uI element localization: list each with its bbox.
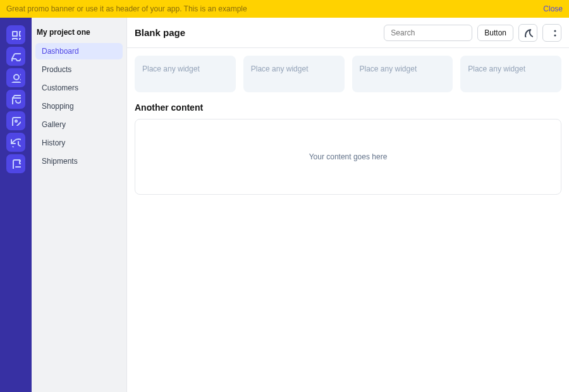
promo-banner: Great promo banner or use it as header o… [0, 0, 569, 18]
document-icon [11, 159, 21, 169]
rail-dashboard[interactable] [6, 25, 25, 44]
rail-inbox[interactable] [6, 47, 25, 66]
widget-slot[interactable]: Place any widget [352, 56, 453, 92]
theme-toggle-button[interactable] [518, 24, 537, 42]
more-menu-button[interactable] [542, 24, 561, 42]
sidebar-item-shipments[interactable]: Shipments [35, 153, 123, 169]
rail-shopping[interactable] [6, 90, 25, 109]
main-panel: Blank page Button Place any widget Place… [126, 18, 569, 392]
rail-documents[interactable] [6, 154, 25, 173]
section-title: Another content [135, 102, 561, 113]
users-icon [11, 73, 21, 83]
app-layout: My project one Dashboard Products Custom… [0, 18, 569, 392]
widget-slot[interactable]: Place any widget [460, 56, 561, 92]
svg-rect-2 [20, 39, 21, 40]
promo-text: Great promo banner or use it as header o… [6, 4, 247, 13]
sidebar-item-shopping[interactable]: Shopping [35, 98, 123, 114]
rail-history[interactable] [6, 133, 25, 152]
svg-rect-0 [13, 32, 17, 36]
content-placeholder-box: Your content goes here [135, 119, 561, 195]
svg-point-4 [14, 75, 19, 80]
svg-point-11 [554, 34, 556, 36]
more-vertical-icon [548, 28, 557, 37]
sidebar-item-products[interactable]: Products [35, 61, 123, 78]
widget-row: Place any widget Place any widget Place … [135, 56, 561, 92]
header-button[interactable]: Button [477, 25, 513, 41]
svg-point-7 [15, 120, 17, 122]
promo-close-link[interactable]: Close [543, 4, 563, 13]
image-icon [11, 116, 21, 126]
grid-icon [11, 30, 21, 40]
shopping-bag-icon [11, 94, 21, 104]
rail-users[interactable] [6, 68, 25, 87]
moon-icon [523, 28, 533, 37]
svg-rect-3 [13, 39, 17, 40]
content-area: Place any widget Place any widget Place … [127, 48, 569, 392]
sidebar-item-dashboard[interactable]: Dashboard [35, 43, 123, 59]
nav-rail [0, 18, 32, 392]
svg-rect-1 [20, 32, 21, 36]
sidebar-item-customers[interactable]: Customers [35, 80, 123, 96]
rail-gallery[interactable] [6, 111, 25, 130]
content-placeholder-text: Your content goes here [309, 152, 388, 161]
sidebar-item-gallery[interactable]: Gallery [35, 116, 123, 133]
widget-slot[interactable]: Place any widget [243, 56, 345, 92]
sidebar: My project one Dashboard Products Custom… [32, 18, 126, 392]
sidebar-title: My project one [35, 25, 123, 43]
history-icon [11, 137, 21, 147]
page-title: Blank page [135, 27, 379, 38]
widget-slot[interactable]: Place any widget [135, 56, 236, 92]
inbox-icon [11, 51, 21, 61]
topbar: Blank page Button [127, 18, 569, 48]
search-input[interactable] [384, 25, 472, 41]
sidebar-item-history[interactable]: History [35, 135, 123, 151]
svg-point-10 [554, 30, 556, 32]
